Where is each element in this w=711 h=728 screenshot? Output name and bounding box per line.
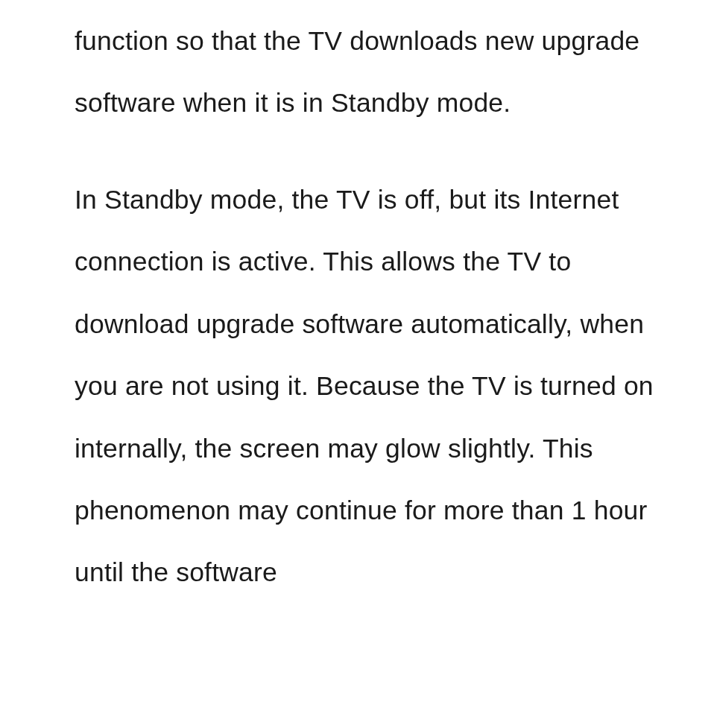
paragraph-1: function so that the TV downloads new up… bbox=[75, 10, 663, 135]
document-page: function so that the TV downloads new up… bbox=[0, 0, 711, 604]
paragraph-2: In Standby mode, the TV is off, but its … bbox=[75, 169, 663, 604]
